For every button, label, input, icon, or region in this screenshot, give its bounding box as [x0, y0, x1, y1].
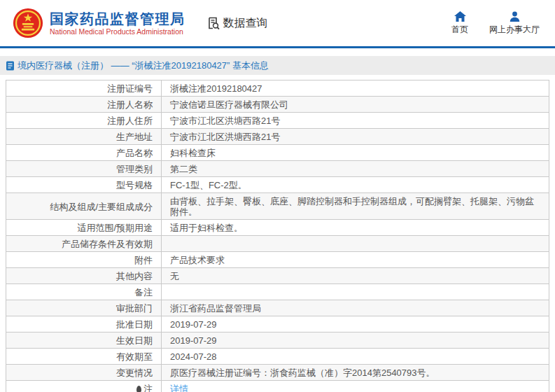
row-value: [162, 236, 549, 251]
home-icon: [454, 11, 466, 22]
row-label: 审批部门: [6, 300, 162, 316]
note-bulb-icon: [136, 386, 141, 392]
table-row: 附件产品技术要求: [6, 252, 549, 268]
table-row: 生效日期2019-07-29: [6, 332, 549, 349]
brand: 国家药品监督管理局 National Medical Products Admi…: [13, 8, 185, 38]
document-icon: [6, 61, 15, 71]
device-info-table: 注册证编号浙械注准20192180427注册人名称宁波信诺旦医疗器械有限公司注册…: [6, 80, 549, 392]
nav-service-hall[interactable]: 网上办事大厅: [489, 11, 540, 36]
row-value: 浙械注准20192180427: [162, 80, 549, 96]
row-label: 型号规格: [6, 177, 162, 192]
national-emblem-logo: [13, 8, 43, 38]
breadcrumb-text: 境内医疗器械（注册） —— “浙械注准20192180427” 基本信息: [17, 59, 269, 72]
table-row: 型号规格FC-1型、FC-2型。: [6, 177, 549, 193]
table-row: 产品名称妇科检查床: [6, 145, 549, 161]
row-value: 第二类: [162, 161, 549, 176]
row-label: 附件: [6, 252, 162, 267]
table-row: 注册人名称宁波信诺旦医疗器械有限公司: [6, 97, 549, 113]
row-value: [162, 284, 549, 300]
table-row: 变更情况原医疗器械注册证编号：浙食药监械（准）字2014第2540793号。: [6, 365, 549, 381]
row-value: 宁波市江北区洪塘西路21号: [162, 129, 549, 144]
data-query-section: 数据查询: [206, 16, 268, 31]
row-value: 2019-07-29: [162, 316, 549, 332]
row-value: 2019-07-29: [162, 332, 549, 348]
row-label: 注: [6, 381, 162, 392]
row-value: 宁波市江北区洪塘西路21号: [162, 113, 549, 128]
row-value: 产品技术要求: [162, 252, 549, 267]
table-row: 生产地址宁波市江北区洪塘西路21号: [6, 129, 549, 145]
nav-home[interactable]: 首页: [451, 11, 468, 36]
table-row: 管理类别第二类: [6, 161, 549, 177]
org-name-cn: 国家药品监督管理局: [50, 10, 185, 27]
row-label: 变更情况: [6, 365, 162, 380]
row-value: 原医疗器械注册证编号：浙食药监械（准）字2014第2540793号。: [162, 365, 549, 380]
row-label: 适用范围/预期用途: [6, 220, 162, 235]
data-query-label: 数据查询: [223, 16, 268, 31]
row-label: 结构及组成/主要组成成分: [6, 193, 162, 219]
row-value: 详情: [162, 381, 549, 392]
table-row: 备注: [6, 284, 549, 300]
row-label: 管理类别: [6, 161, 162, 176]
user-icon: [510, 11, 520, 22]
header-nav: 首页 网上办事大厅: [451, 11, 542, 36]
row-label: 注册证编号: [6, 80, 162, 96]
row-label: 产品储存条件及有效期: [6, 236, 162, 251]
row-label: 注册人住所: [6, 113, 162, 128]
row-label: 批准日期: [6, 316, 162, 332]
table-row: 注册人住所宁波市江北区洪塘西路21号: [6, 113, 549, 129]
row-label: 生效日期: [6, 332, 162, 348]
table-row: 批准日期2019-07-29: [6, 316, 549, 332]
table-row: 产品储存条件及有效期: [6, 236, 549, 252]
table-row: 审批部门浙江省药品监督管理局: [6, 300, 549, 316]
table-row: 注册证编号浙械注准20192180427: [6, 80, 549, 97]
site-header: 国家药品监督管理局 National Medical Products Admi…: [0, 0, 555, 48]
detail-link[interactable]: 详情: [170, 384, 188, 392]
row-label: 备注: [6, 284, 162, 300]
table-row: 结构及组成/主要组成成分由背板、拉手架、臀板、底座、脚踏控制器和手控制器组成，可…: [6, 193, 549, 220]
table-row: 注详情: [6, 381, 549, 392]
row-value: 适用于妇科检查。: [162, 220, 549, 235]
row-label: 有效期至: [6, 349, 162, 364]
row-value: 2024-07-28: [162, 349, 549, 364]
row-value: 浙江省药品监督管理局: [162, 300, 549, 316]
data-query-icon: [206, 16, 220, 30]
row-label: 其他内容: [6, 268, 162, 284]
nav-home-label: 首页: [451, 24, 468, 36]
breadcrumb: 境内医疗器械（注册） —— “浙械注准20192180427” 基本信息: [0, 56, 555, 75]
nav-service-hall-label: 网上办事大厅: [489, 24, 540, 36]
table-row: 其他内容无: [6, 268, 549, 284]
row-value: FC-1型、FC-2型。: [162, 177, 549, 192]
row-value: 由背板、拉手架、臀板、底座、脚踏控制器和手控制器组成，可配搁臂架、托腿架、污物盆…: [162, 193, 549, 219]
row-value: 妇科检查床: [162, 145, 549, 160]
row-value: 宁波信诺旦医疗器械有限公司: [162, 97, 549, 112]
org-name-en: National Medical Products Administration: [50, 27, 185, 36]
row-value: 无: [162, 268, 549, 284]
brand-text: 国家药品监督管理局 National Medical Products Admi…: [50, 10, 185, 36]
table-row: 有效期至2024-07-28: [6, 349, 549, 365]
row-label: 产品名称: [6, 145, 162, 160]
row-label: 生产地址: [6, 129, 162, 144]
table-row: 适用范围/预期用途适用于妇科检查。: [6, 220, 549, 236]
row-label: 注册人名称: [6, 97, 162, 112]
